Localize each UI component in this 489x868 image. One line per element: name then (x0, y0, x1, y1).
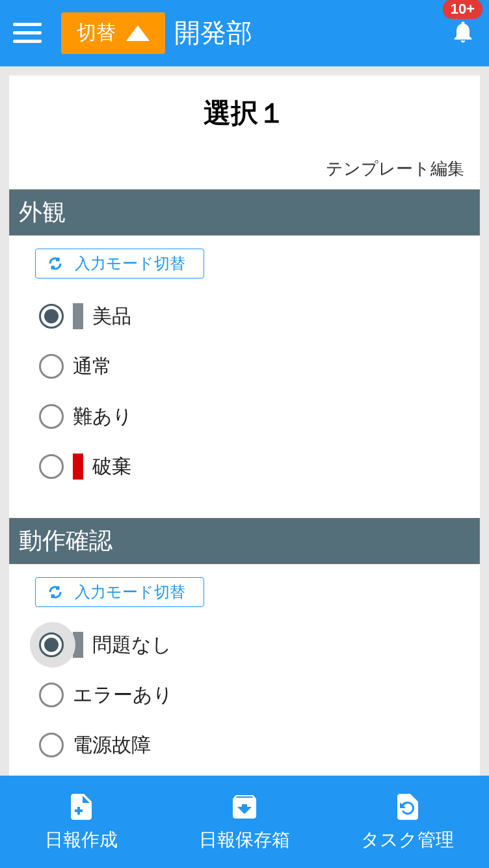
nav-item-task-management[interactable]: タスク管理 (326, 776, 489, 868)
notifications-button[interactable]: 10+ (450, 19, 476, 47)
section-body-appearance: 入力モード切替 美品 通常 難あり (9, 236, 480, 518)
page-card: 選択１ テンプレート編集 外観 入力モード切替 美品 通常 (9, 75, 480, 776)
bottom-nav: 日報作成 日報保存箱 タスク管理 (0, 776, 489, 868)
radio-option[interactable]: 破棄 (35, 442, 454, 492)
section-header-appearance: 外観 (9, 189, 480, 236)
radio-option[interactable]: 問題なし (35, 620, 454, 670)
restore-icon (392, 791, 423, 822)
file-plus-icon (66, 791, 97, 822)
option-label: 破棄 (92, 454, 131, 480)
radio-option[interactable]: 電源故障 (35, 720, 454, 770)
color-chip (73, 303, 83, 329)
page-title: 選択１ (9, 75, 480, 157)
hamburger-menu-icon[interactable] (13, 19, 42, 47)
nav-label: 日報保存箱 (199, 828, 290, 852)
refresh-icon (47, 256, 63, 271)
app-header: 切替 開発部 10+ (0, 0, 489, 66)
triangle-up-icon (126, 25, 150, 41)
radio-option[interactable]: エラーあり (35, 670, 454, 720)
option-label: 問題なし (92, 632, 172, 658)
radio-icon (39, 454, 64, 479)
option-label: 美品 (92, 303, 131, 330)
archive-icon (229, 791, 260, 822)
refresh-icon (47, 584, 63, 600)
nav-label: 日報作成 (45, 828, 118, 852)
switch-button[interactable]: 切替 (61, 12, 165, 54)
option-list-appearance: 美品 通常 難あり 破棄 (35, 292, 454, 492)
mode-toggle-label: 入力モード切替 (75, 253, 185, 274)
option-label: 難あり (73, 403, 133, 430)
radio-option[interactable]: 通常 (35, 342, 454, 392)
radio-option[interactable]: 美品 (35, 292, 454, 342)
section-body-operation: 入力モード切替 問題なし エラーあり 電源故障 (9, 564, 480, 776)
content-scroll[interactable]: 選択１ テンプレート編集 外観 入力モード切替 美品 通常 (0, 66, 489, 776)
header-title: 開発部 (174, 15, 252, 51)
notification-badge: 10+ (443, 0, 482, 19)
radio-icon (39, 733, 64, 757)
bell-icon (450, 19, 476, 45)
mode-toggle-label: 入力モード切替 (75, 582, 185, 603)
nav-label: タスク管理 (361, 828, 454, 852)
option-label: 電源故障 (73, 732, 151, 759)
nav-item-saved-reports[interactable]: 日報保存箱 (163, 776, 326, 868)
template-edit-link[interactable]: テンプレート編集 (9, 157, 480, 189)
radio-icon (39, 683, 64, 707)
radio-option[interactable]: 難あり (35, 392, 454, 442)
radio-icon (39, 354, 64, 379)
color-chip (73, 454, 83, 480)
radio-icon (39, 632, 64, 657)
section-header-operation: 動作確認 (9, 518, 480, 564)
radio-icon (39, 404, 64, 429)
switch-button-label: 切替 (77, 20, 116, 46)
option-label: 通常 (73, 353, 112, 380)
radio-icon (39, 304, 64, 329)
input-mode-toggle-button[interactable]: 入力モード切替 (35, 577, 204, 607)
color-chip (73, 632, 83, 658)
nav-item-create-report[interactable]: 日報作成 (0, 776, 163, 868)
option-list-operation: 問題なし エラーあり 電源故障 (35, 620, 454, 770)
input-mode-toggle-button[interactable]: 入力モード切替 (35, 249, 204, 278)
option-label: エラーあり (73, 682, 173, 709)
